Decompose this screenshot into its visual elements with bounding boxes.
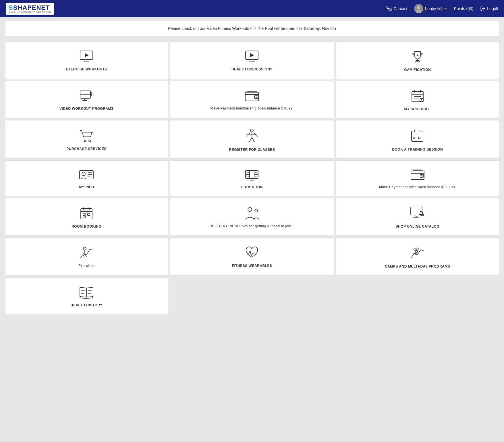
- points-nav-item[interactable]: Points (53): [454, 6, 474, 11]
- svg-point-77: [255, 209, 258, 212]
- svg-rect-21: [245, 92, 258, 101]
- announcement-banner: Please check out our Video Fitness Worko…: [5, 21, 499, 36]
- card-health-history[interactable]: HEALTH HISTORY: [5, 277, 168, 314]
- logo-area: SSHAPENET CLUB MANAGEMENT SOFTWARE: [6, 3, 54, 15]
- logoff-icon: [480, 6, 485, 11]
- logoff-label: Logoff: [487, 6, 498, 11]
- logo-box: SSHAPENET CLUB MANAGEMENT SOFTWARE: [6, 3, 54, 15]
- svg-rect-16: [80, 91, 90, 98]
- announcement-text: Please check out our Video Fitness Worko…: [168, 26, 336, 31]
- card-shop-online-catalog[interactable]: SHOP ONLINE CATALOG: [336, 198, 499, 236]
- svg-point-23: [256, 97, 257, 98]
- card-label-register-for-classes: REGISTER FOR CLASSES: [229, 147, 275, 152]
- card-label-book-training-session: BOOK A TRAINING SESSION: [392, 147, 443, 152]
- card-camps-multi-day[interactable]: CAMPS AND MULTI-DAY PROGRAMS: [336, 237, 499, 276]
- card-label-refer-friend: REFER A FRIEND. $25 for getting a friend…: [209, 224, 294, 229]
- card-label-health-discussions: HEALTH DISCUSSIONS: [231, 67, 273, 72]
- header: SSHAPENET CLUB MANAGEMENT SOFTWARE Conta…: [0, 0, 504, 17]
- monitor-play2-icon: [244, 50, 259, 63]
- contact-nav-item[interactable]: Contact: [387, 6, 407, 11]
- main-grid: EXERCISE WORKOUTS HEALTH DISCUSSIONS GAM…: [0, 40, 504, 319]
- svg-point-52: [82, 172, 85, 176]
- svg-point-76: [248, 207, 252, 212]
- svg-rect-74: [88, 213, 90, 216]
- open-book-icon: [79, 286, 94, 299]
- card-register-for-classes[interactable]: REGISTER FOR CLASSES: [170, 120, 334, 159]
- card-health-discussions[interactable]: HEALTH DISCUSSIONS: [170, 41, 334, 79]
- wallet-icon: [245, 90, 259, 102]
- svg-point-34: [89, 140, 90, 142]
- card-label-video-workout-programs: VIDEO WORKOUT PROGRAMS: [59, 106, 114, 111]
- card-label-shop-online-catalog: SHOP ONLINE CATALOG: [395, 224, 439, 229]
- logoff-nav-item[interactable]: Logoff: [480, 6, 498, 11]
- svg-rect-57: [250, 170, 254, 178]
- svg-line-41: [252, 138, 255, 142]
- logo-title: SSHAPENET: [9, 5, 50, 11]
- card-label-my-info: MY INFO: [79, 185, 94, 190]
- svg-rect-69: [81, 209, 92, 219]
- grid-empty-cell: [336, 277, 499, 314]
- card-label-make-payment-membership: Make Payment membership open balance $78…: [210, 106, 293, 111]
- card-label-education: EDUCATION: [241, 185, 263, 190]
- card-label-camps-multi-day: CAMPS AND MULTI-DAY PROGRAMS: [385, 264, 450, 269]
- card-label-exercises: Exercises: [78, 264, 95, 268]
- svg-rect-75: [83, 216, 85, 218]
- header-nav: Contact bobby fisher Points (53) Logoff: [387, 4, 498, 13]
- calendar-dumbbell-icon: [410, 129, 425, 143]
- card-label-make-payment-service: Make Payment service open balance $900.0…: [379, 185, 456, 190]
- svg-marker-20: [91, 92, 94, 96]
- svg-line-87: [85, 254, 86, 257]
- card-book-training-session[interactable]: BOOK A TRAINING SESSION: [336, 120, 499, 159]
- card-label-exercise-workouts: EXERCISE WORKOUTS: [66, 67, 107, 72]
- card-my-schedule[interactable]: MY SCHEDULE: [336, 81, 499, 118]
- monitor-play-icon: [79, 50, 94, 63]
- user-name: bobby fisher: [425, 6, 447, 11]
- svg-rect-14: [416, 61, 419, 62]
- card-video-workout-programs[interactable]: VIDEO WORKOUT PROGRAMS: [5, 81, 168, 118]
- user-nav-item[interactable]: bobby fisher: [414, 4, 447, 13]
- svg-point-37: [250, 129, 253, 132]
- monitor-cart-icon: [410, 206, 425, 220]
- card-education[interactable]: EDUCATION: [170, 160, 334, 196]
- svg-point-83: [83, 247, 86, 250]
- card-label-room-booking: ROOM BOOKING: [72, 224, 101, 229]
- trophy-icon: [411, 50, 424, 64]
- card-label-health-history: HEALTH HISTORY: [71, 303, 103, 308]
- svg-point-15: [417, 55, 418, 56]
- contact-label: Contact: [393, 6, 407, 11]
- heart-monitor-icon: [244, 246, 259, 260]
- card-make-payment-service[interactable]: Make Payment service open balance $900.0…: [336, 160, 499, 196]
- card-label-my-schedule: MY SCHEDULE: [404, 107, 431, 112]
- card-room-booking[interactable]: ROOM BOOKING: [5, 198, 168, 236]
- card-make-payment-membership[interactable]: Make Payment membership open balance $78…: [170, 81, 334, 118]
- svg-rect-44: [412, 131, 423, 141]
- card-gamification[interactable]: GAMIFICATION: [336, 41, 499, 79]
- cart-icon: [79, 129, 94, 143]
- avatar: [414, 4, 423, 13]
- grid-empty-cell: [170, 277, 334, 314]
- chart-people-icon: [410, 246, 425, 260]
- svg-point-88: [414, 248, 416, 250]
- card-purchase-services[interactable]: PURCHASE SERVICES: [5, 120, 168, 159]
- svg-point-1: [417, 6, 420, 9]
- card-label-fitness-wearables: FITNESS WEARABLES: [232, 264, 272, 268]
- education-icon: [244, 169, 259, 181]
- card-label-purchase-services: PURCHASE SERVICES: [66, 147, 107, 151]
- svg-marker-7: [85, 53, 89, 57]
- svg-rect-73: [83, 213, 85, 216]
- card-my-info[interactable]: MY INFO: [5, 160, 168, 196]
- avatar-image: [414, 4, 423, 13]
- svg-rect-66: [411, 171, 424, 180]
- svg-rect-78: [411, 207, 422, 215]
- svg-point-33: [84, 140, 86, 142]
- svg-point-89: [417, 248, 419, 250]
- id-card-icon: [79, 169, 94, 181]
- svg-rect-51: [80, 170, 93, 179]
- svg-point-82: [422, 214, 424, 216]
- points-label: Points (53): [454, 6, 474, 11]
- card-fitness-wearables[interactable]: FITNESS WEARABLES: [170, 237, 334, 276]
- monitor-video-icon: [79, 90, 94, 102]
- card-exercise-workouts[interactable]: EXERCISE WORKOUTS: [5, 41, 168, 79]
- card-exercises[interactable]: Exercises: [5, 237, 168, 276]
- card-refer-friend[interactable]: REFER A FRIEND. $25 for getting a friend…: [170, 198, 334, 236]
